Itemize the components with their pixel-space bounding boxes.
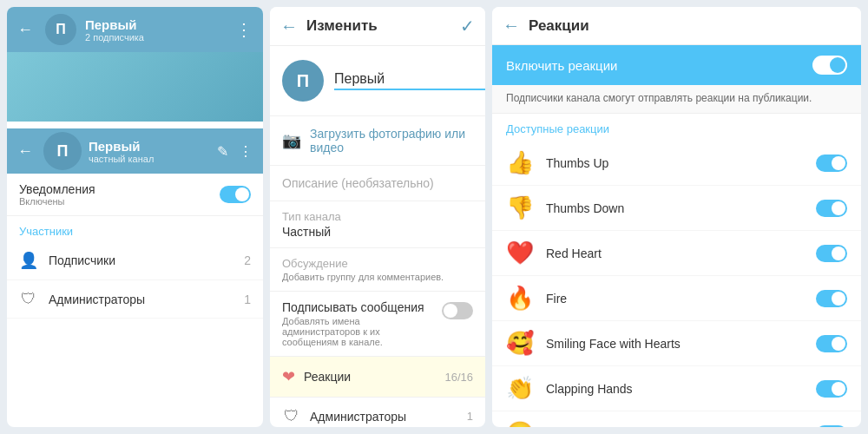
reaction-emoji-2: ❤️ bbox=[506, 240, 534, 266]
p2-avatar-row: П 🙂 bbox=[270, 46, 485, 116]
p1-notifications-row: Уведомления Включены bbox=[7, 174, 263, 216]
p3-enable-toggle[interactable] bbox=[812, 56, 847, 75]
p2-reactions-label: Реакции bbox=[304, 370, 444, 384]
reaction-label-4: Smiling Face with Hearts bbox=[546, 337, 804, 351]
p1-menu-icon[interactable]: ⋮ bbox=[235, 19, 253, 40]
p1-s2-icons: ✎ ⋮ bbox=[217, 143, 253, 160]
p3-reactions-list: 👍 Thumbs Up 👎 Thumbs Down ❤️ Red Heart 🔥… bbox=[492, 141, 861, 427]
reaction-label-6: Beaming Face bbox=[546, 427, 804, 428]
subscribers-label: Подписчики bbox=[49, 253, 233, 267]
reaction-toggle-1[interactable] bbox=[816, 200, 847, 217]
reaction-toggle-3[interactable] bbox=[816, 290, 847, 307]
p3-enable-label: Включить реакции bbox=[506, 58, 812, 73]
admins-icon: 🛡 bbox=[19, 290, 38, 308]
p1-s2-title: Первый bbox=[89, 139, 210, 154]
list-item[interactable]: 👤 Подписчики 2 bbox=[7, 241, 263, 280]
p2-confirm-icon[interactable]: ✓ bbox=[460, 16, 475, 36]
admins-count: 1 bbox=[244, 293, 251, 306]
p3-reactions-title: Реакции bbox=[529, 17, 851, 35]
p1-notifications-sublabel: Включены bbox=[19, 196, 220, 207]
p2-camera-icon: 📷 bbox=[282, 131, 301, 150]
p3-reaction-row: 🔥 Fire bbox=[492, 276, 861, 321]
p3-available-section-title: Доступные реакции bbox=[492, 114, 861, 141]
p3-enable-reactions-row: Включить реакции bbox=[492, 45, 861, 85]
p2-description-placeholder: Описание (необязательно) bbox=[282, 176, 434, 190]
p2-admins-label: Администраторы bbox=[310, 410, 458, 424]
p1-s2-back-icon[interactable]: ← bbox=[17, 142, 33, 161]
p3-reaction-row: 😁 Beaming Face bbox=[492, 411, 861, 427]
p1-subscriber-count: 2 подписчика bbox=[85, 32, 227, 43]
p3-reaction-row: ❤️ Red Heart bbox=[492, 231, 861, 276]
p2-back-icon[interactable]: ← bbox=[280, 16, 298, 36]
p1-section2-header: ← П Первый частный канал ✎ ⋮ bbox=[7, 128, 263, 174]
p2-name-input[interactable] bbox=[334, 71, 485, 90]
p2-sign-messages-toggle[interactable] bbox=[442, 302, 473, 319]
reaction-label-3: Fire bbox=[546, 292, 804, 306]
p1-banner-image bbox=[7, 52, 263, 122]
p3-reaction-row: 👍 Thumbs Up bbox=[492, 141, 861, 186]
p1-s2-subtitle: частный канал bbox=[89, 154, 210, 164]
p2-reactions-count: 16/16 bbox=[444, 371, 473, 384]
reaction-label-2: Red Heart bbox=[546, 247, 804, 260]
p2-sign-messages-row: Подписывать сообщения Добавлять имена ад… bbox=[270, 292, 485, 357]
admins-label: Администраторы bbox=[49, 293, 233, 306]
p2-description-field[interactable]: Описание (необязательно) bbox=[270, 166, 485, 201]
subscribers-icon: 👤 bbox=[19, 251, 38, 270]
p2-admins-count: 1 bbox=[467, 410, 473, 423]
p2-channel-type-label: Тип канала bbox=[282, 210, 473, 223]
p2-nav-admins[interactable]: 🛡 Администраторы 1 bbox=[270, 398, 485, 427]
p2-discussion-label: Обсуждение bbox=[282, 257, 473, 270]
reaction-toggle-0[interactable] bbox=[816, 155, 847, 172]
p2-sign-messages-sublabel: Добавлять имена администраторов к их соо… bbox=[282, 316, 435, 347]
p1-avatar: П bbox=[45, 14, 76, 45]
p3-reaction-row: 👏 Clapping Hands bbox=[492, 366, 861, 411]
p2-reactions-icon: ❤ bbox=[282, 367, 295, 386]
reaction-emoji-6: 😁 bbox=[506, 420, 534, 427]
reaction-toggle-4[interactable] bbox=[816, 335, 847, 352]
p2-reactions-row[interactable]: ❤ Реакции 16/16 bbox=[270, 357, 485, 398]
p2-discussion-row[interactable]: Обсуждение Добавить группу для комментар… bbox=[270, 248, 485, 292]
p2-sign-messages-label: Подписывать сообщения bbox=[282, 300, 435, 314]
panel-edit-channel: ← Изменить ✓ П 🙂 📷 Загрузить фотографию … bbox=[270, 7, 485, 427]
reaction-toggle-6[interactable] bbox=[816, 425, 847, 428]
p2-channel-type-value: Частный bbox=[282, 225, 473, 239]
reaction-toggle-2[interactable] bbox=[816, 245, 847, 262]
p3-reaction-row: 🥰 Smiling Face with Hearts bbox=[492, 321, 861, 366]
reaction-label-5: Clapping Hands bbox=[546, 382, 804, 396]
p3-enable-sublabel: Подписчики канала смогут отправлять реак… bbox=[492, 85, 861, 114]
p3-header: ← Реакции bbox=[492, 7, 861, 45]
p2-avatar: П bbox=[282, 60, 324, 102]
list-item[interactable]: 🛡 Администраторы 1 bbox=[7, 280, 263, 319]
p1-channel-title: Первый bbox=[85, 17, 227, 32]
p1-members-section-title: Участники bbox=[7, 216, 263, 241]
p2-discussion-sublabel: Добавить группу для комментариев. bbox=[282, 272, 473, 282]
subscribers-count: 2 bbox=[244, 253, 251, 267]
reaction-toggle-5[interactable] bbox=[816, 380, 847, 398]
p1-notifications-toggle[interactable] bbox=[220, 186, 251, 203]
p3-reaction-row: 👎 Thumbs Down bbox=[492, 186, 861, 231]
reaction-label-1: Thumbs Down bbox=[546, 201, 804, 215]
reaction-emoji-4: 🥰 bbox=[506, 330, 534, 357]
reaction-emoji-1: 👎 bbox=[506, 194, 534, 221]
p2-header: ← Изменить ✓ bbox=[270, 7, 485, 46]
reaction-emoji-0: 👍 bbox=[506, 149, 534, 176]
p2-channel-type-row[interactable]: Тип канала Частный bbox=[270, 201, 485, 248]
reaction-label-0: Thumbs Up bbox=[546, 156, 804, 170]
p1-s2-avatar: П bbox=[43, 132, 82, 170]
p2-upload-row[interactable]: 📷 Загрузить фотографию или видео bbox=[270, 116, 485, 166]
p1-top-header: ← П Первый 2 подписчика ⋮ bbox=[7, 7, 263, 52]
reaction-emoji-3: 🔥 bbox=[506, 285, 534, 312]
p2-upload-label: Загрузить фотографию или видео bbox=[310, 127, 473, 155]
p2-edit-title: Изменить bbox=[306, 17, 451, 35]
p1-edit-icon[interactable]: ✎ bbox=[217, 143, 228, 160]
p2-sign-messages-text: Подписывать сообщения Добавлять имена ад… bbox=[282, 300, 435, 347]
p1-notifications-label: Уведомления bbox=[19, 182, 95, 196]
p1-back-icon[interactable]: ← bbox=[17, 21, 33, 39]
p1-s2-menu-icon[interactable]: ⋮ bbox=[239, 143, 253, 160]
reaction-emoji-5: 👏 bbox=[506, 375, 534, 402]
panel-channel-info: ← П Первый 2 подписчика ⋮ ← П Первый час… bbox=[7, 7, 263, 427]
p3-back-icon[interactable]: ← bbox=[503, 16, 520, 36]
panel-reactions: ← Реакции Включить реакции Подписчики ка… bbox=[492, 7, 861, 427]
p2-admins-icon: 🛡 bbox=[282, 407, 301, 425]
